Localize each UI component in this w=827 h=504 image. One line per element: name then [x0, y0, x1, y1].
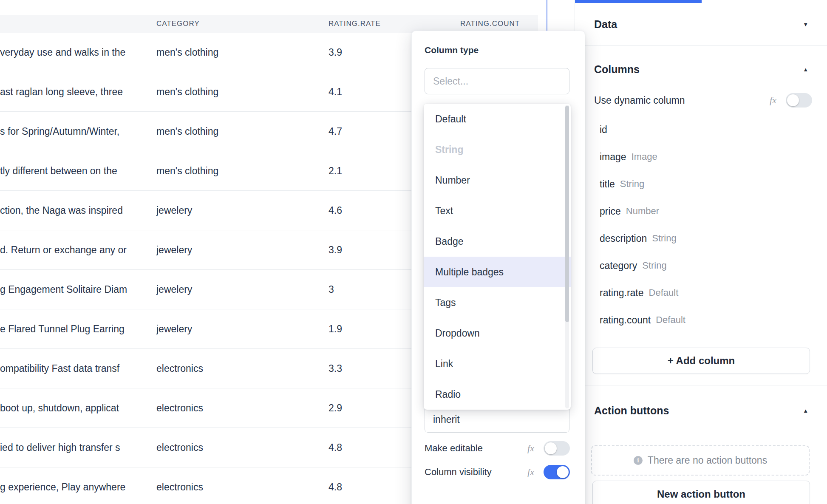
fx-icon[interactable]: fx [527, 467, 534, 478]
column-list-item[interactable]: image Image [575, 143, 827, 170]
inspector-panel: Data ▼ Columns ▲ Use dynamic column fx i… [575, 0, 827, 504]
option-label: Default [435, 113, 466, 125]
column-name: id [600, 124, 607, 136]
cell-description: ast raglan long sleeve, three [0, 86, 156, 98]
column-list-item[interactable]: rating.count Default [575, 306, 827, 334]
cell-description: veryday use and walks in the [0, 47, 156, 58]
cell-description: e Flared Tunnel Plug Earring [0, 323, 156, 335]
column-name: category [600, 260, 637, 272]
column-list-item[interactable]: rating.rate Default [575, 279, 827, 306]
column-type-option[interactable]: Default [424, 104, 571, 134]
column-list-item[interactable]: price Number [575, 198, 827, 225]
add-column-button[interactable]: + Add column [592, 348, 810, 374]
header-rating-count[interactable]: RATING.COUNT [460, 20, 538, 28]
column-type-tag: Default [649, 287, 679, 298]
inherit-value: inherit [433, 414, 460, 425]
new-action-button[interactable]: New action button [592, 481, 810, 504]
cell-category: jewelery [156, 244, 329, 256]
option-label: Dropdown [435, 328, 480, 339]
column-visibility-row: Column visibility fx [412, 465, 585, 479]
cell-description: tly different between on the [0, 165, 156, 177]
column-type-tag: String [620, 178, 644, 190]
column-visibility-toggle[interactable] [544, 465, 570, 479]
cell-category: electronics [156, 442, 329, 453]
caret-up-icon[interactable]: ▲ [803, 66, 808, 73]
column-type-option[interactable]: Multiple badges [424, 257, 571, 287]
column-list-item[interactable]: title String [575, 170, 827, 198]
data-section-title: Data [594, 18, 617, 31]
column-type-option[interactable]: Text [424, 195, 571, 226]
app-canvas: CATEGORY RATING.RATE RATING.COUNT veryda… [0, 0, 827, 504]
column-type-tag: String [652, 233, 676, 244]
make-editable-label: Make editable [425, 443, 527, 454]
data-section-header[interactable]: Data ▼ [575, 3, 827, 45]
fx-icon[interactable]: fx [527, 443, 534, 454]
select-placeholder: Select... [433, 76, 468, 87]
inherit-input[interactable]: inherit [425, 406, 569, 433]
columns-section-header[interactable]: Columns ▲ [575, 56, 827, 83]
column-type-dropdown: Default String Number Text Badge Multipl… [424, 104, 571, 410]
option-label: Multiple badges [435, 266, 504, 278]
option-label: Text [435, 205, 453, 217]
column-list-item[interactable]: category String [575, 252, 827, 279]
fx-icon[interactable]: fx [770, 95, 776, 106]
column-list-item[interactable]: id [575, 116, 827, 143]
cell-category: jewelery [156, 284, 329, 295]
cell-description: ompatibility Fast data transf [0, 363, 156, 374]
column-type-select[interactable]: Select... [425, 68, 569, 94]
no-action-buttons-text: There are no action buttons [648, 455, 767, 466]
use-dynamic-column-row: Use dynamic column fx [575, 93, 827, 108]
column-type-option[interactable]: Dropdown [424, 318, 571, 348]
column-type-option[interactable]: Link [424, 348, 571, 379]
cell-description: boot up, shutdown, applicat [0, 402, 156, 414]
action-buttons-section-header[interactable]: Action buttons ▲ [575, 397, 827, 424]
cell-description: d. Return or exchange any or [0, 244, 156, 256]
option-label: Link [435, 358, 453, 370]
cell-category: jewelery [156, 205, 329, 216]
divider [575, 45, 827, 46]
column-type-tag: Default [656, 314, 685, 326]
header-category[interactable]: CATEGORY [156, 20, 329, 28]
column-name: rating.count [600, 314, 651, 326]
cell-category: men's clothing [156, 126, 329, 137]
cell-description: g experience, Play anywhere [0, 481, 156, 493]
caret-down-icon[interactable]: ▼ [803, 21, 808, 28]
cell-category: electronics [156, 481, 329, 493]
no-action-buttons-placeholder: i There are no action buttons [591, 445, 810, 476]
header-rating-rate[interactable]: RATING.RATE [329, 20, 460, 28]
info-icon: i [634, 456, 643, 465]
column-name: description [600, 233, 647, 244]
option-label: Badge [435, 236, 464, 247]
column-type-option[interactable]: Tags [424, 287, 571, 318]
cell-description: ction, the Naga was inspired [0, 205, 156, 216]
caret-up-icon[interactable]: ▲ [803, 408, 808, 414]
column-type-option[interactable]: String [424, 134, 571, 165]
active-tab-indicator [575, 0, 702, 3]
column-type-option[interactable]: Radio [424, 379, 571, 410]
column-name: title [600, 178, 615, 190]
cell-description: g Engagement Solitaire Diam [0, 284, 156, 295]
column-visibility-label: Column visibility [425, 467, 527, 478]
column-name: image [600, 151, 626, 163]
column-name: rating.rate [600, 287, 644, 299]
option-label: Tags [435, 297, 456, 309]
column-type-option[interactable]: Number [424, 165, 571, 195]
option-label: String [435, 144, 463, 156]
option-label: Radio [435, 389, 461, 400]
cell-category: men's clothing [156, 86, 329, 98]
cell-category: men's clothing [156, 47, 329, 58]
column-type-list: Default String Number Text Badge Multipl… [424, 104, 571, 410]
column-list-item[interactable]: description String [575, 225, 827, 252]
column-type-tag: String [642, 260, 666, 271]
cell-description: s for Spring/Autumn/Winter, [0, 126, 156, 137]
cell-category: men's clothing [156, 165, 329, 177]
scrollbar-thumb[interactable] [565, 106, 569, 322]
column-type-label: Column type [425, 45, 479, 55]
dynamic-column-toggle[interactable] [786, 93, 812, 108]
make-editable-toggle[interactable] [544, 441, 570, 456]
use-dynamic-column-label: Use dynamic column [594, 95, 770, 106]
column-type-tag: Image [632, 151, 657, 162]
columns-section-title: Columns [594, 63, 640, 76]
cell-category: electronics [156, 363, 329, 374]
column-type-option[interactable]: Badge [424, 226, 571, 257]
